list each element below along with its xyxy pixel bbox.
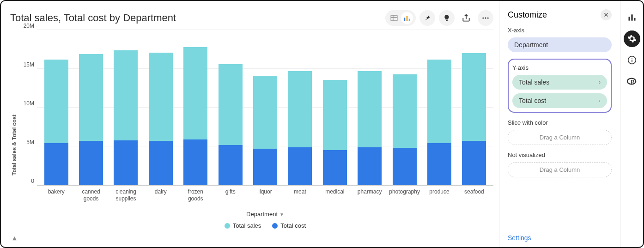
expand-y-axis-icon[interactable]: ▶: [12, 236, 17, 241]
chart-toolbar: [385, 10, 493, 26]
yaxis-pill-cost[interactable]: Total cost›: [512, 93, 607, 108]
bar-column[interactable]: [213, 64, 248, 185]
insight-button[interactable]: [439, 10, 455, 26]
bar-column[interactable]: [387, 74, 422, 185]
svg-rect-13: [634, 18, 635, 21]
rail-info-icon[interactable]: [624, 52, 640, 68]
bar-segment-cost[interactable]: [427, 143, 451, 185]
yaxis-label: Y-axis: [512, 64, 607, 71]
x-tick-label: produce: [422, 188, 456, 202]
x-tick-label: bakery: [39, 188, 73, 202]
bar-segment-sales[interactable]: [183, 47, 207, 139]
y-axis-ticks: 05M10M15M20M: [18, 30, 37, 188]
bar-column[interactable]: [317, 80, 352, 185]
legend-item-sales[interactable]: Total sales: [225, 222, 261, 229]
rail-settings-icon[interactable]: [624, 30, 640, 47]
chevron-right-icon: ›: [599, 97, 601, 104]
chevron-right-icon: ›: [599, 79, 601, 85]
y-tick: 10M: [24, 100, 34, 107]
bar-segment-sales[interactable]: [288, 71, 312, 147]
bar-segment-sales[interactable]: [358, 71, 382, 147]
chart-plot-area: [37, 29, 493, 186]
x-tick-label: pharmacy: [352, 188, 387, 202]
legend-item-cost[interactable]: Total cost: [272, 222, 306, 229]
x-tick-label: meat: [283, 188, 317, 202]
more-button[interactable]: [478, 10, 493, 26]
svg-rect-3: [404, 18, 405, 21]
bar-segment-cost[interactable]: [79, 141, 103, 185]
bar-column[interactable]: [457, 53, 492, 185]
view-toggle[interactable]: [385, 10, 416, 26]
bar-segment-sales[interactable]: [427, 60, 451, 143]
customize-title: Customize: [508, 10, 547, 20]
bar-column[interactable]: [143, 53, 178, 185]
slice-drop-zone[interactable]: Drag a Column: [508, 130, 612, 145]
svg-rect-5: [409, 19, 410, 21]
chevron-down-icon: ▼: [279, 212, 284, 217]
svg-rect-4: [407, 16, 408, 21]
bar-segment-sales[interactable]: [114, 50, 138, 140]
bar-column[interactable]: [248, 76, 282, 185]
bar-segment-sales[interactable]: [219, 64, 243, 145]
bar-segment-cost[interactable]: [358, 147, 382, 185]
share-button[interactable]: [458, 10, 474, 26]
bar-column[interactable]: [109, 50, 143, 185]
bar-segment-cost[interactable]: [114, 140, 138, 185]
svg-point-8: [487, 18, 489, 19]
bar-segment-sales[interactable]: [253, 76, 277, 149]
settings-link[interactable]: Settings: [508, 234, 612, 242]
right-rail: R: [620, 1, 643, 247]
x-tick-label: cleaningsupplies: [109, 188, 143, 202]
svg-text:R: R: [631, 79, 634, 85]
svg-point-6: [482, 18, 484, 19]
bar-column[interactable]: [73, 54, 108, 185]
pin-button[interactable]: [419, 10, 435, 26]
not-visualized-drop-zone[interactable]: Drag a Column: [508, 162, 612, 177]
bar-segment-cost[interactable]: [253, 149, 277, 185]
xaxis-label: X-axis: [508, 27, 612, 34]
bar-column[interactable]: [39, 60, 73, 185]
svg-point-7: [485, 18, 486, 19]
chart-panel: Total sales, Total cost by Department: [1, 1, 499, 247]
bar-segment-cost[interactable]: [393, 148, 417, 185]
chart-view-icon[interactable]: [401, 12, 413, 24]
table-view-icon[interactable]: [388, 12, 400, 24]
bar-column[interactable]: [352, 71, 387, 185]
rail-r-icon[interactable]: R: [624, 73, 640, 90]
customize-panel: Customize X-axis Department Y-axis Total…: [499, 1, 620, 247]
x-tick-label: photography: [387, 188, 422, 202]
slice-label: Slice with color: [508, 119, 612, 126]
y-axis-title: Total sales & Total cost ▶: [10, 29, 18, 242]
close-button[interactable]: [601, 9, 612, 20]
bar-column[interactable]: [422, 60, 456, 185]
bar-segment-cost[interactable]: [462, 141, 486, 185]
x-axis-title[interactable]: Department▼: [37, 211, 493, 218]
rail-chart-icon[interactable]: [624, 9, 640, 26]
y-tick: 0: [31, 178, 34, 184]
bar-segment-cost[interactable]: [219, 145, 243, 185]
not-visualized-label: Not visualized: [508, 151, 612, 158]
bar-segment-sales[interactable]: [462, 53, 486, 141]
bar-segment-cost[interactable]: [149, 141, 173, 185]
chart-legend: Total sales Total cost: [37, 222, 493, 229]
bar-column[interactable]: [283, 71, 317, 185]
bar-segment-cost[interactable]: [183, 139, 207, 185]
x-tick-label: cannedgoods: [73, 188, 108, 202]
x-tick-label: liquor: [248, 188, 282, 202]
y-tick: 15M: [24, 61, 34, 68]
yaxis-pill-sales[interactable]: Total sales›: [512, 75, 607, 90]
xaxis-pill[interactable]: Department: [508, 37, 612, 52]
y-tick: 20M: [24, 23, 34, 29]
bar-segment-cost[interactable]: [288, 147, 312, 185]
bar-column[interactable]: [178, 47, 213, 185]
page-title: Total sales, Total cost by Department: [10, 12, 176, 24]
bar-segment-sales[interactable]: [149, 53, 173, 141]
x-tick-label: medical: [317, 188, 352, 202]
bar-segment-cost[interactable]: [44, 143, 68, 185]
bar-segment-cost[interactable]: [323, 150, 347, 185]
bar-segment-sales[interactable]: [393, 74, 417, 148]
x-axis-labels: bakerycannedgoodscleaningsuppliesdairyfr…: [37, 186, 493, 202]
bar-segment-sales[interactable]: [44, 60, 68, 143]
bar-segment-sales[interactable]: [323, 80, 347, 151]
bar-segment-sales[interactable]: [79, 54, 103, 141]
